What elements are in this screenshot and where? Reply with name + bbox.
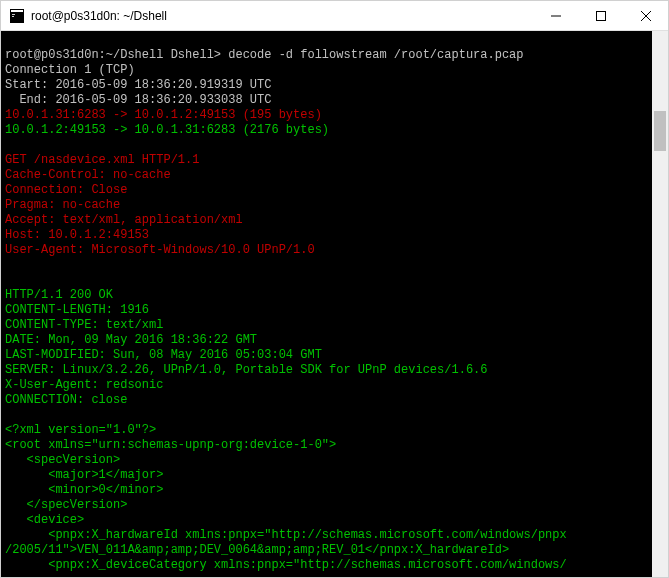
window-controls	[533, 1, 668, 30]
response-line: X-User-Agent: redsonic	[5, 378, 648, 393]
minimize-button[interactable]	[533, 1, 578, 30]
response-line: HTTP/1.1 200 OK	[5, 288, 648, 303]
blank-line	[5, 258, 648, 273]
request-line: Pragma: no-cache	[5, 198, 648, 213]
request-line: Connection: Close	[5, 183, 648, 198]
xml-line: <minor>0</minor>	[5, 483, 648, 498]
svg-rect-2	[12, 14, 15, 15]
output-line: 10.0.1.2:49153 -> 10.0.1.31:6283 (2176 b…	[5, 123, 648, 138]
xml-line: <root xmlns="urn:schemas-upnp-org:device…	[5, 438, 648, 453]
app-icon	[9, 8, 25, 24]
close-button[interactable]	[623, 1, 668, 30]
window-titlebar: root@p0s31d0n: ~/Dshell	[1, 1, 668, 31]
window-title: root@p0s31d0n: ~/Dshell	[31, 9, 533, 23]
request-line: User-Agent: Microsoft-Windows/10.0 UPnP/…	[5, 243, 648, 258]
response-line: CONTENT-TYPE: text/xml	[5, 318, 648, 333]
vertical-scrollbar[interactable]	[652, 31, 668, 577]
response-line: SERVER: Linux/3.2.26, UPnP/1.0, Portable…	[5, 363, 648, 378]
request-line: Accept: text/xml, application/xml	[5, 213, 648, 228]
request-line: GET /nasdevice.xml HTTP/1.1	[5, 153, 648, 168]
request-line: Cache-Control: no-cache	[5, 168, 648, 183]
response-line: CONNECTION: close	[5, 393, 648, 408]
response-line: LAST-MODIFIED: Sun, 08 May 2016 05:03:04…	[5, 348, 648, 363]
blank-line	[5, 408, 648, 423]
response-line: DATE: Mon, 09 May 2016 18:36:22 GMT	[5, 333, 648, 348]
output-line: Start: 2016-05-09 18:36:20.919319 UTC	[5, 78, 648, 93]
xml-line: /2005/11">VEN_011A&amp;amp;DEV_0064&amp;…	[5, 543, 648, 558]
request-line: Host: 10.0.1.2:49153	[5, 228, 648, 243]
output-line: End: 2016-05-09 18:36:20.933038 UTC	[5, 93, 648, 108]
scroll-thumb[interactable]	[654, 111, 666, 151]
xml-line: <?xml version="1.0"?>	[5, 423, 648, 438]
xml-line: </specVersion>	[5, 498, 648, 513]
xml-line: <device>	[5, 513, 648, 528]
svg-rect-1	[11, 10, 23, 12]
xml-line: <pnpx:X_deviceCategory xmlns:pnpx="http:…	[5, 558, 648, 573]
xml-line: <major>1</major>	[5, 468, 648, 483]
terminal-container: root@p0s31d0n:~/Dshell Dshell> decode -d…	[1, 31, 668, 577]
output-line: 10.0.1.31:6283 -> 10.0.1.2:49153 (195 by…	[5, 108, 648, 123]
output-line: Connection 1 (TCP)	[5, 63, 648, 78]
maximize-button[interactable]	[578, 1, 623, 30]
xml-line: <pnpx:X_hardwareId xmlns:pnpx="http://sc…	[5, 528, 648, 543]
blank-line	[5, 138, 648, 153]
svg-rect-5	[596, 11, 605, 20]
xml-line: <specVersion>	[5, 453, 648, 468]
prompt-line: root@p0s31d0n:~/Dshell Dshell> decode -d…	[5, 48, 648, 63]
blank-line	[5, 273, 648, 288]
terminal[interactable]: root@p0s31d0n:~/Dshell Dshell> decode -d…	[1, 31, 652, 577]
svg-rect-3	[12, 16, 14, 17]
response-line: CONTENT-LENGTH: 1916	[5, 303, 648, 318]
